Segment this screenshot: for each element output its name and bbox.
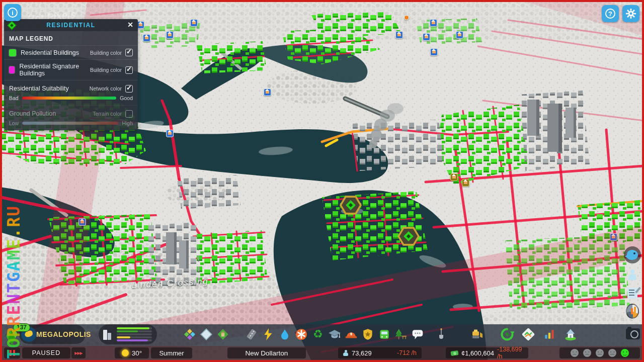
sun-icon (122, 349, 129, 356)
housing-notification-marker[interactable] (456, 31, 463, 39)
economy-button[interactable] (626, 305, 639, 318)
tool-icons-row: ♻ (182, 327, 486, 342)
legend-row-pollution: Ground Pollution Terrain color Low High (4, 105, 138, 130)
housing-notification-marker[interactable] (78, 218, 86, 226)
house-milestone-icon (564, 327, 578, 341)
help-button[interactable]: ? (602, 5, 619, 22)
legend-label: Residential Buildings (21, 49, 79, 56)
info-button[interactable]: i (4, 4, 21, 21)
suitability-checkbox[interactable] (125, 85, 133, 93)
housing-notification-marker[interactable] (264, 88, 271, 96)
population-rate: -712 /h (397, 349, 417, 356)
fast-forward-icon: ▶▶▶ (74, 351, 82, 355)
legend-label: Residential Suitability (9, 85, 69, 92)
housing-notification-marker[interactable] (166, 31, 174, 39)
police-badge-icon (361, 328, 374, 341)
lightning-icon (262, 328, 275, 341)
money-button[interactable]: ¢1,600,604 -138,699 /h (446, 347, 528, 358)
police-tool[interactable] (360, 327, 375, 342)
money-rate: -138,699 /h (497, 346, 523, 360)
game-screen: TORRENTGAME.RU Hot Pixels i ? RESIDENTI (0, 0, 644, 362)
housing-notification-marker[interactable] (430, 19, 437, 27)
infoview-panel: RESIDENTIAL ✕ MAP LEGEND Residential Bui… (4, 19, 138, 130)
face-happy-icon (621, 349, 629, 357)
chirper-bird-icon (627, 250, 638, 260)
sim-state-label: PAUSED (22, 347, 70, 358)
person-icon (627, 269, 637, 281)
happiness-bar[interactable] (559, 347, 640, 358)
service-marker[interactable] (450, 173, 458, 181)
temperature-display: 30° (115, 347, 149, 358)
landscaping-tool[interactable] (434, 327, 449, 342)
close-icon[interactable]: ✕ (127, 21, 133, 29)
population-value: 73,629 (352, 349, 372, 357)
transportation-tool[interactable] (377, 327, 392, 342)
demand-bar-office (117, 333, 152, 335)
map-routes-icon (521, 327, 535, 341)
chirper-button[interactable] (624, 246, 641, 263)
fire-helmet-icon (345, 328, 358, 341)
journal-button[interactable] (626, 287, 639, 300)
signature-checkbox[interactable] (125, 66, 133, 74)
housing-notification-marker[interactable] (137, 21, 144, 29)
panel-title: RESIDENTIAL (4, 22, 138, 29)
garbage-tool[interactable]: ♻ (310, 327, 326, 342)
mode-label: Building color (90, 67, 122, 73)
map-routes-tool[interactable] (521, 327, 536, 342)
settings-button[interactable] (622, 5, 639, 22)
housing-notification-marker[interactable] (143, 34, 150, 42)
population-icon (343, 350, 348, 356)
electricity-tool[interactable] (261, 327, 276, 342)
communications-tool[interactable] (410, 327, 425, 342)
demand-bars (117, 327, 152, 341)
milestones-tool[interactable] (563, 327, 578, 342)
healthcare-tool[interactable] (294, 327, 309, 342)
money-icon (450, 350, 458, 356)
housing-notification-marker[interactable] (610, 233, 617, 241)
legend-label: Ground Pollution (9, 110, 56, 117)
education-tool[interactable] (327, 327, 342, 342)
service-marker[interactable] (462, 179, 469, 187)
pollution-checkbox[interactable] (125, 110, 133, 118)
face-content-icon (608, 349, 616, 357)
signature-buildings-tool[interactable] (215, 327, 230, 342)
mode-label: Building color (90, 50, 122, 56)
parks-recreation-tool[interactable] (393, 327, 409, 342)
gear-icon (625, 8, 636, 19)
population-button[interactable]: 73,629 -712 /h (338, 347, 422, 358)
graduation-cap-icon (328, 328, 341, 341)
alert-dot-marker[interactable] (404, 15, 409, 20)
bar-chart-icon (543, 328, 556, 341)
residential-checkbox[interactable] (125, 49, 133, 56)
pause-button[interactable] (4, 347, 20, 358)
fire-rescue-tool[interactable] (344, 327, 359, 342)
housing-notification-marker[interactable] (430, 48, 438, 56)
photo-mode-button[interactable] (626, 328, 640, 339)
milestone-count-badge: 137 (13, 323, 30, 332)
demand-panel-button[interactable] (99, 324, 157, 344)
roads-tool[interactable] (244, 327, 259, 342)
scale-min-label: Low (9, 120, 19, 126)
housing-notification-marker[interactable] (166, 130, 174, 137)
progression-tool[interactable] (500, 327, 515, 342)
pause-icon (10, 350, 15, 356)
recycle-icon: ♻ (313, 329, 323, 340)
terrain-tool[interactable] (199, 327, 214, 342)
status-bar: PAUSED ▶▶▶ 30° Summer New Dollarton 73,6… (0, 346, 644, 360)
tree-bench-icon (394, 328, 408, 341)
speed-button[interactable]: ▶▶▶ (71, 347, 86, 358)
terrain-icon (200, 328, 213, 341)
citizens-button[interactable] (626, 268, 639, 282)
housing-notification-marker[interactable] (190, 19, 198, 27)
chat-bubble-icon (411, 328, 424, 341)
bulldozer-tool[interactable] (469, 327, 485, 342)
face-sad-icon (583, 349, 591, 357)
housing-notification-marker[interactable] (395, 31, 403, 39)
temperature-value: 30° (132, 349, 142, 357)
scale-max-label: Good (120, 95, 133, 101)
water-sewage-tool[interactable] (277, 327, 292, 342)
housing-notification-marker[interactable] (423, 33, 430, 41)
statistics-tool[interactable] (542, 327, 557, 342)
zoning-tool[interactable] (182, 327, 197, 342)
shovel-icon (435, 328, 447, 341)
